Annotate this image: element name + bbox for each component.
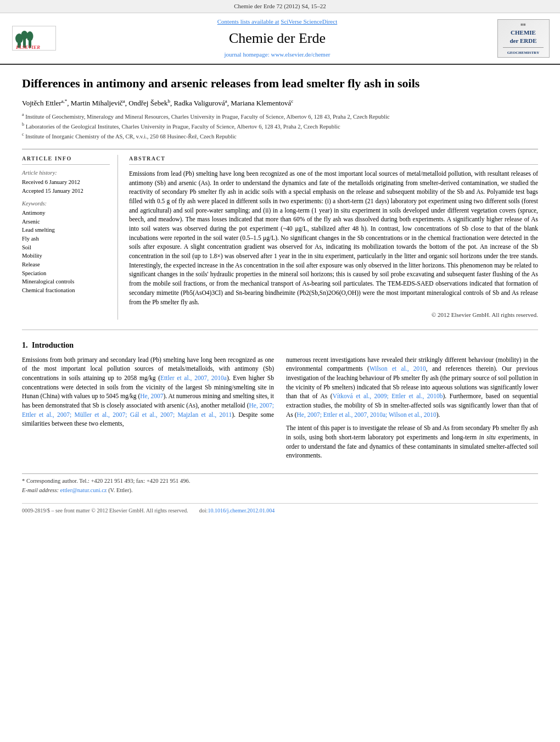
sciverse-text: Contents lists available at SciVerse Sci… bbox=[217, 18, 337, 26]
keyword-4: Fly ash bbox=[22, 235, 110, 243]
ref-wilson-2010[interactable]: Wilson et al., 2010 bbox=[369, 365, 426, 372]
badge-title: CHEMIE bbox=[511, 29, 536, 37]
footnote-section: * Corresponding author. Tel.: +420 221 9… bbox=[22, 473, 538, 494]
introduction-section: 1. Introduction Emissions from both prim… bbox=[22, 340, 538, 465]
affiliation-b: b Laboratories of the Geological Institu… bbox=[22, 122, 538, 130]
sciverse-link[interactable]: SciVerse ScienceDirect bbox=[281, 18, 337, 25]
journal-ref-text: Chemie der Erde 72 (2012) S4, 15–22 bbox=[234, 3, 326, 9]
email-link[interactable]: ettler@natur.cuni.cz bbox=[60, 487, 107, 493]
history-label: Article history: bbox=[22, 169, 110, 177]
homepage-link[interactable]: www.elsevier.de/chemer bbox=[271, 51, 330, 58]
copyright-line: © 2012 Elsevier GmbH. All rights reserve… bbox=[129, 311, 538, 320]
ref-he-ettler[interactable]: He, 2007; Ettler et al., 2007; Müller et… bbox=[22, 402, 274, 418]
intro-para-1: Emissions from both primary and secondar… bbox=[22, 355, 274, 428]
keyword-9: Mineralogical controls bbox=[22, 278, 110, 286]
abstract-panel: ABSTRACT Emissions from lead (Pb) smelti… bbox=[129, 155, 538, 320]
badge-geo: GEOCHEMISTRY bbox=[507, 51, 540, 56]
footer-doi: doi:10.1016/j.chemer.2012.01.004 bbox=[199, 507, 275, 515]
elsevier-logo-area: ELSEVIER bbox=[7, 18, 61, 59]
keyword-6: Mobility bbox=[22, 252, 110, 260]
journal-homepage: journal homepage: www.elsevier.de/chemer bbox=[225, 51, 331, 59]
article-info-panel: ARTICLE INFO Article history: Received 6… bbox=[22, 155, 118, 320]
keyword-10: Chemical fractionation bbox=[22, 287, 110, 295]
keyword-2: Arsenic bbox=[22, 218, 110, 226]
affiliation-c: c Institute of Inorganic Chemistry of th… bbox=[22, 132, 538, 140]
keyword-5: Soil bbox=[22, 244, 110, 252]
footer-issn: 0009-2819/$ – see front matter © 2012 El… bbox=[22, 507, 188, 515]
affiliation-a: a Institute of Geochemistry, Mineralogy … bbox=[22, 112, 538, 120]
keyword-1: Antimony bbox=[22, 209, 110, 217]
abstract-heading: ABSTRACT bbox=[129, 155, 538, 165]
elsevier-logo: ELSEVIER bbox=[12, 26, 56, 51]
badge-title-2: der ERDE bbox=[510, 37, 537, 45]
section-heading-intro: 1. Introduction bbox=[22, 340, 538, 351]
received-date: Received 6 January 2012 bbox=[22, 178, 110, 187]
introduction-body: Emissions from both primary and secondar… bbox=[22, 355, 538, 465]
chemie-erde-badge: ■■ CHEMIE der ERDE GEOCHEMISTRY bbox=[497, 19, 550, 58]
article-info-heading: ARTICLE INFO bbox=[22, 155, 110, 165]
keyword-8: Speciation bbox=[22, 270, 110, 278]
footer-bar: 0009-2819/$ – see front matter © 2012 El… bbox=[22, 503, 538, 515]
intro-para-3: The intent of this paper is to investiga… bbox=[286, 423, 538, 460]
keywords-list: Antimony Arsenic Lead smelting Fly ash S… bbox=[22, 209, 110, 295]
chemie-badge-area: ■■ CHEMIE der ERDE GEOCHEMISTRY bbox=[493, 18, 553, 59]
journal-header: ELSEVIER Contents lists available at Sci… bbox=[0, 13, 560, 64]
keyword-3: Lead smelting bbox=[22, 226, 110, 235]
article-title: Differences in antimony and arsenic rele… bbox=[22, 76, 538, 92]
journal-title-area: Contents lists available at SciVerse Sci… bbox=[67, 18, 488, 59]
intro-col-right: numerous recent investigations have reve… bbox=[286, 355, 538, 465]
corresponding-author-note: * Corresponding author. Tel.: +420 221 9… bbox=[22, 477, 538, 486]
authors-line: Vojtěch Ettlera,*, Martin Mihaljeviča, O… bbox=[22, 98, 538, 109]
intro-para-2: numerous recent investigations have reve… bbox=[286, 355, 538, 420]
keyword-7: Release bbox=[22, 261, 110, 269]
affiliations: a Institute of Geochemistry, Mineralogy … bbox=[22, 112, 538, 140]
ref-he-2007[interactable]: He, 2007 bbox=[140, 393, 163, 399]
main-content: Differences in antimony and arsenic rele… bbox=[0, 65, 560, 526]
section-divider bbox=[22, 330, 538, 330]
keywords-label: Keywords: bbox=[22, 200, 110, 208]
svg-text:ELSEVIER: ELSEVIER bbox=[15, 44, 40, 49]
email-note: E-mail address: ettler@natur.cuni.cz (V.… bbox=[22, 487, 538, 495]
article-info-abstract: ARTICLE INFO Article history: Received 6… bbox=[22, 149, 538, 320]
ref-he-2007-b[interactable]: He, 2007; Ettler et al., 2007, 2010a; Wi… bbox=[297, 411, 436, 418]
svg-point-5 bbox=[27, 31, 33, 41]
abstract-text: Emissions from lead (Pb) smelting have l… bbox=[129, 169, 538, 320]
ref-vitkova-2009[interactable]: Vítková et al., 2009; Ettler et al., 201… bbox=[333, 393, 443, 399]
accepted-date: Accepted 15 January 2012 bbox=[22, 187, 110, 196]
ref-ettler-2007[interactable]: Ettler et al., 2007, 2010a bbox=[160, 375, 227, 381]
intro-col-left: Emissions from both primary and secondar… bbox=[22, 355, 274, 465]
journal-title: Chemie der Erde bbox=[229, 29, 326, 48]
journal-reference-bar: Chemie der Erde 72 (2012) S4, 15–22 bbox=[0, 0, 560, 13]
doi-link[interactable]: 10.1016/j.chemer.2012.01.004 bbox=[208, 507, 275, 514]
